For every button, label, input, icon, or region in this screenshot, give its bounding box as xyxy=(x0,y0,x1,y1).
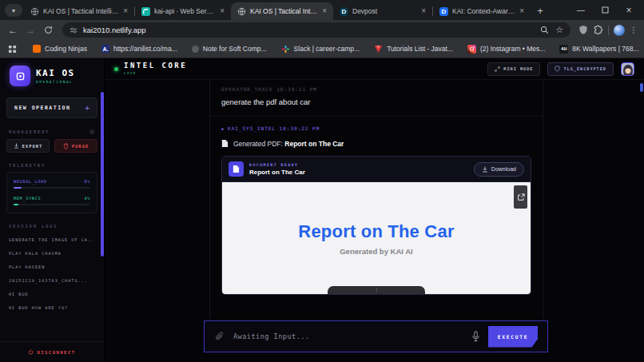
tab-title: KAI OS | Tactical Intelligence xyxy=(250,7,318,15)
bookmark-coding-ninjas[interactable]: Coding Ninjas xyxy=(26,45,93,53)
tab-kai-context[interactable]: D KAI: Context-Aware Assistan × xyxy=(433,2,531,20)
page-subtitle: LIVE xyxy=(124,71,187,75)
bookmark-wallpapers[interactable]: 4H 8K Wallpapers | 768... xyxy=(553,45,644,54)
bookmark-tutorials[interactable]: Tutorials List - Javat... xyxy=(368,45,459,54)
toolbar-divider xyxy=(608,26,609,35)
disconnect-button[interactable]: DISCONNECT xyxy=(0,341,104,362)
pdf-line-title: Report on The Car xyxy=(284,140,344,148)
tab-title: kai-api · Web Service · Rend xyxy=(154,7,216,15)
close-icon[interactable]: × xyxy=(123,7,128,15)
purge-button[interactable]: PURGE xyxy=(54,139,97,153)
browser-toolbar: ← → kai2010.netlify.app ☆ ⋮ xyxy=(0,20,644,40)
list-item[interactable]: HI BUD xyxy=(9,287,95,300)
list-item[interactable]: 20251229_163703_CHATG... xyxy=(9,273,95,287)
wallpapers-icon: 4H xyxy=(559,45,568,54)
profile-avatar[interactable] xyxy=(614,25,625,36)
shield-icon xyxy=(555,66,560,72)
anilist-icon: A. xyxy=(101,45,109,53)
kai-app-icon: D xyxy=(439,7,448,16)
kai-os-app: KAI OS OPERATIONAL NEW OPERATION + MANAG… xyxy=(0,58,644,362)
new-operation-button[interactable]: NEW OPERATION + xyxy=(6,97,97,118)
app-brand: KAI OS OPERATIONAL xyxy=(0,58,104,93)
javatpoint-icon xyxy=(374,45,383,54)
instagram-icon xyxy=(467,45,476,54)
globe-icon xyxy=(237,7,246,16)
metric-neural-load: NEURAL_LOAD 8% xyxy=(14,179,90,189)
bookmark-anilist[interactable]: A. https://anilist.co/ma... xyxy=(95,45,184,53)
bookmark-label: Note for Soft Comp... xyxy=(203,45,267,53)
command-input[interactable] xyxy=(233,332,463,340)
gear-icon[interactable] xyxy=(89,129,95,135)
adblock-extension-icon[interactable] xyxy=(578,25,588,35)
message-text: generate the pdf about car xyxy=(221,97,531,106)
diamond-icon: ◆ xyxy=(221,126,225,131)
pdf-preview: Report on The Car Generated by KAI AI xyxy=(222,182,531,294)
tls-status-badge: TLS_ENCRYPTED xyxy=(547,62,614,76)
site-info-icon[interactable] xyxy=(70,26,78,34)
bookmark-star-icon[interactable]: ☆ xyxy=(555,26,563,34)
list-item[interactable]: PLAY HASEEN xyxy=(9,260,95,273)
execute-button[interactable]: EXECUTE xyxy=(488,326,538,348)
tab-strip: ▾ KAI OS | Tactical Intelligence × kai-a… xyxy=(0,0,644,20)
microphone-icon[interactable] xyxy=(471,331,480,342)
bookmark-note[interactable]: Note for Soft Comp... xyxy=(185,45,273,53)
zoom-icon[interactable] xyxy=(540,26,549,34)
main-panel: INTEL CORE LIVE MINI MODE TLS_ENCRYPTED xyxy=(105,58,644,362)
chat-scrollbar[interactable] xyxy=(640,83,643,92)
tab-title: KAI: Context-Aware Assistan xyxy=(452,7,515,15)
close-icon[interactable]: × xyxy=(519,7,524,15)
message-meta: ◆ KAI_SYS_INTEL 10:39:22 PM xyxy=(221,125,531,131)
close-icon[interactable]: × xyxy=(322,7,327,15)
mini-mode-button[interactable]: MINI MODE xyxy=(487,62,540,76)
apps-grid-icon[interactable] xyxy=(8,45,17,54)
ai-meta-text: KAI_SYS_INTEL 10:39:22 PM xyxy=(228,125,320,131)
trash-icon xyxy=(63,143,69,149)
pdf-viewer-toolbar[interactable] xyxy=(328,286,425,294)
minimize-button[interactable]: — xyxy=(569,0,593,20)
extensions-icon[interactable] xyxy=(593,25,603,35)
document-icon xyxy=(221,139,229,148)
download-button[interactable]: Download xyxy=(474,162,524,177)
open-external-button[interactable] xyxy=(514,185,527,209)
session-logs-section-label: SESSION LOGS xyxy=(9,224,95,229)
user-avatar[interactable] xyxy=(621,62,634,76)
tab-kai-os-1[interactable]: KAI OS | Tactical Intelligence × xyxy=(24,2,134,20)
list-item[interactable]: PLAY KALA CHASMA xyxy=(9,246,95,260)
address-bar[interactable]: kai2010.netlify.app ☆ xyxy=(62,22,570,38)
note-icon xyxy=(192,46,199,53)
bookmark-label: Coding Ninjas xyxy=(45,45,87,53)
close-icon[interactable]: × xyxy=(421,7,426,15)
download-icon xyxy=(14,143,19,149)
tab-search-button[interactable]: ▾ xyxy=(5,4,22,17)
list-item[interactable]: GENERATE THE IMAGE OF CA... xyxy=(9,233,95,246)
bookmark-instagram[interactable]: (2) Instagram • Mes... xyxy=(461,45,551,54)
tab-kai-os-active[interactable]: KAI OS | Tactical Intelligence × xyxy=(231,2,333,20)
menu-kebab-icon[interactable]: ⋮ xyxy=(630,26,638,34)
telemetry-label: TELEMETRY xyxy=(9,163,46,168)
bookmarks-bar: Coding Ninjas A. https://anilist.co/ma..… xyxy=(0,40,644,58)
pdf-doc-subheading: Generated by KAI AI xyxy=(340,247,413,256)
back-icon[interactable]: ← xyxy=(6,26,19,35)
close-icon[interactable]: × xyxy=(220,7,225,15)
management-label: MANAGEMENT xyxy=(9,129,50,134)
maximize-button[interactable] xyxy=(593,0,617,20)
export-button[interactable]: EXPORT xyxy=(6,139,50,153)
close-window-button[interactable]: × xyxy=(617,0,641,20)
export-label: EXPORT xyxy=(22,144,43,149)
tab-devpost[interactable]: D Devpost × xyxy=(333,2,432,20)
forward-icon[interactable]: → xyxy=(24,26,37,35)
metric-value: 8% xyxy=(84,179,90,184)
pdf-title: Report on The Car xyxy=(249,169,305,176)
tab-kai-api[interactable]: kai-api · Web Service · Rend × xyxy=(135,2,231,20)
bookmark-label: Tutorials List - Javat... xyxy=(387,45,453,53)
main-header: INTEL CORE LIVE MINI MODE TLS_ENCRYPTED xyxy=(105,58,644,80)
sidebar-scrollbar[interactable] xyxy=(101,92,104,257)
bookmark-slack[interactable]: Slack | career-camp... xyxy=(275,45,367,54)
list-item[interactable]: HI BUD HOW ARE YU? xyxy=(9,300,95,314)
new-tab-button[interactable]: + xyxy=(532,2,548,18)
paperclip-icon[interactable] xyxy=(214,331,225,342)
tab-title: KAI OS | Tactical Intelligence xyxy=(43,7,119,15)
download-icon xyxy=(482,166,488,173)
reload-icon[interactable] xyxy=(42,26,54,34)
bookmark-label: 8K Wallpapers | 768... xyxy=(572,45,638,53)
